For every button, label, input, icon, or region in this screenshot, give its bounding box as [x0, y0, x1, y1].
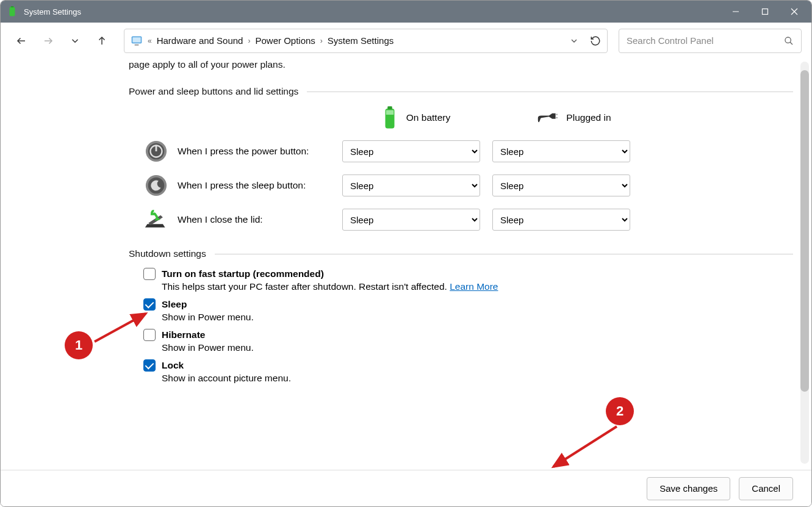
row-close-lid: When I close the lid: Sleep Sleep	[129, 207, 793, 232]
power-button-label: When I press the power button:	[178, 146, 342, 157]
lock-item: Lock Show in account picture menu.	[143, 359, 793, 384]
chevron-icon: ›	[248, 37, 250, 45]
search-box[interactable]	[619, 29, 802, 53]
footer: Save changes Cancel	[1, 470, 811, 506]
fast-startup-item: Turn on fast startup (recommended) This …	[143, 268, 793, 292]
back-button[interactable]	[10, 30, 32, 52]
recent-dropdown[interactable]	[64, 30, 86, 52]
svg-rect-0	[10, 7, 15, 16]
save-changes-button[interactable]: Save changes	[647, 477, 730, 500]
breadcrumb-prefix: «	[148, 37, 152, 45]
column-headers: On battery Plugged in	[348, 106, 793, 130]
control-panel-icon	[131, 35, 143, 47]
section-power-sleep: Power and sleep buttons and lid settings	[129, 86, 793, 97]
col-on-battery: On battery	[348, 106, 483, 130]
address-dropdown-icon[interactable]	[569, 36, 579, 46]
search-icon	[784, 36, 794, 46]
annotation-arrow-2	[548, 424, 622, 473]
window-titlebar: System Settings	[1, 1, 811, 23]
window-title: System Settings	[24, 7, 721, 16]
fast-startup-checkbox[interactable]	[143, 268, 156, 280]
minimize-button[interactable]	[721, 1, 750, 23]
address-bar[interactable]: « Hardware and Sound › Power Options › S…	[124, 29, 608, 53]
svg-rect-16	[386, 110, 394, 115]
battery-icon	[381, 106, 399, 130]
fast-startup-desc: This helps start your PC faster after sh…	[162, 281, 793, 292]
sleep-button-label: When I press the sleep button:	[178, 180, 342, 191]
svg-line-13	[790, 42, 792, 45]
svg-point-12	[785, 37, 791, 43]
refresh-icon[interactable]	[590, 35, 601, 46]
maximize-button[interactable]	[750, 1, 780, 23]
sleep-button-plugged-select[interactable]: Sleep	[492, 174, 630, 196]
svg-line-27	[95, 314, 146, 342]
scrollbar-thumb[interactable]	[800, 70, 809, 392]
breadcrumb-power[interactable]: Power Options	[255, 35, 315, 46]
sleep-desc: Show in Power menu.	[162, 312, 793, 323]
annotation-marker-1: 1	[65, 331, 93, 359]
hibernate-label: Hibernate	[162, 329, 206, 340]
close-button[interactable]	[780, 1, 809, 23]
svg-rect-15	[387, 106, 392, 109]
row-sleep-button: When I press the sleep button: Sleep Sle…	[129, 173, 793, 198]
lid-icon	[143, 207, 169, 232]
svg-rect-3	[763, 9, 768, 15]
learn-more-link[interactable]: Learn More	[450, 281, 498, 292]
svg-line-29	[553, 426, 617, 467]
lid-label: When I close the lid:	[178, 214, 342, 225]
svg-rect-1	[11, 6, 14, 7]
svg-rect-18	[556, 117, 558, 118]
lid-plugged-select[interactable]: Sleep	[492, 209, 630, 231]
section-label: Power and sleep buttons and lid settings	[129, 86, 298, 97]
content-area: page apply to all of your power plans. P…	[1, 59, 811, 470]
col-plugged-in: Plugged in	[507, 110, 641, 126]
sleep-item: Sleep Show in Power menu.	[143, 298, 793, 323]
breadcrumb-system[interactable]: System Settings	[328, 35, 393, 46]
lock-desc: Show in account picture menu.	[162, 373, 793, 384]
cancel-button[interactable]: Cancel	[739, 477, 793, 500]
sleep-label: Sleep	[162, 299, 187, 310]
svg-rect-10	[132, 37, 140, 42]
hibernate-item: Hibernate Show in Power menu.	[143, 329, 793, 353]
annotation-arrow-1	[92, 309, 153, 345]
fast-startup-label: Turn on fast startup (recommended)	[162, 268, 324, 279]
hibernate-desc: Show in Power menu.	[162, 342, 793, 353]
lid-battery-select[interactable]: Sleep	[342, 209, 480, 231]
intro-text: page apply to all of your power plans.	[129, 59, 793, 70]
up-button[interactable]	[91, 30, 113, 52]
lock-checkbox[interactable]	[143, 359, 156, 372]
section-shutdown: Shutdown settings	[129, 248, 793, 259]
lock-label: Lock	[162, 360, 184, 371]
sleep-button-icon	[143, 173, 169, 198]
forward-button[interactable]	[37, 30, 59, 52]
svg-rect-11	[135, 44, 139, 45]
vertical-scrollbar[interactable]	[800, 62, 809, 464]
section-label: Shutdown settings	[129, 248, 206, 259]
breadcrumb-hardware[interactable]: Hardware and Sound	[157, 35, 243, 46]
row-power-button: When I press the power button: Sleep Sle…	[129, 138, 793, 164]
power-button-battery-select[interactable]: Sleep	[342, 140, 480, 162]
power-button-icon	[143, 138, 169, 164]
plug-icon	[537, 110, 559, 126]
app-icon	[7, 6, 18, 17]
search-input[interactable]	[627, 35, 784, 46]
toolbar: « Hardware and Sound › Power Options › S…	[1, 23, 811, 59]
power-button-plugged-select[interactable]: Sleep	[492, 140, 630, 162]
annotation-marker-2: 2	[606, 397, 634, 425]
chevron-icon: ›	[320, 37, 323, 45]
svg-rect-17	[556, 114, 558, 115]
sleep-button-battery-select[interactable]: Sleep	[342, 174, 480, 196]
